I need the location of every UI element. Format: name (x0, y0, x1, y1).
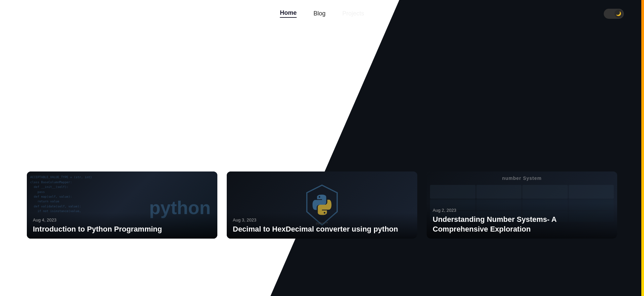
card-3-title: Understanding Number Systems- A Comprehe… (433, 215, 611, 234)
background-split (0, 0, 644, 296)
card-3-overlay: Aug 2, 2023 Understanding Number Systems… (427, 203, 617, 239)
nav-links: Home Blog Projects (280, 9, 364, 18)
nav-blog[interactable]: Blog (313, 10, 325, 17)
card-2-overlay: Aug 3, 2023 Decimal to HexDecimal conver… (227, 213, 417, 239)
blog-card-2[interactable]: python™ Aug 3, 2023 Decimal to HexDecima… (227, 171, 417, 239)
card-1-title: Introduction to Python Programming (33, 225, 211, 234)
theme-knob: 🌙 (614, 10, 623, 18)
card-2-date: Aug 3, 2023 (233, 217, 411, 223)
theme-toggle[interactable]: 🌙 (604, 9, 624, 19)
card-2-title: Decimal to HexDecimal converter using py… (233, 225, 411, 234)
nav-projects[interactable]: Projects (342, 10, 364, 17)
moon-icon: 🌙 (616, 11, 621, 16)
blog-card-1[interactable]: ACCEPTABLE_VALUE_TYPE = (str, int) class… (27, 171, 217, 239)
card-1-overlay: Aug 4, 2023 Introduction to Python Progr… (27, 213, 217, 239)
nav-home[interactable]: Home (280, 9, 297, 18)
card-3-date: Aug 2, 2023 (433, 208, 611, 213)
number-system-header-text: number System (427, 176, 617, 181)
blog-card-3[interactable]: number System (427, 171, 617, 239)
card-1-date: Aug 4, 2023 (33, 217, 211, 223)
right-accent-bar (641, 0, 644, 296)
blog-cards-row: ACCEPTABLE_VALUE_TYPE = (str, int) class… (27, 171, 617, 239)
